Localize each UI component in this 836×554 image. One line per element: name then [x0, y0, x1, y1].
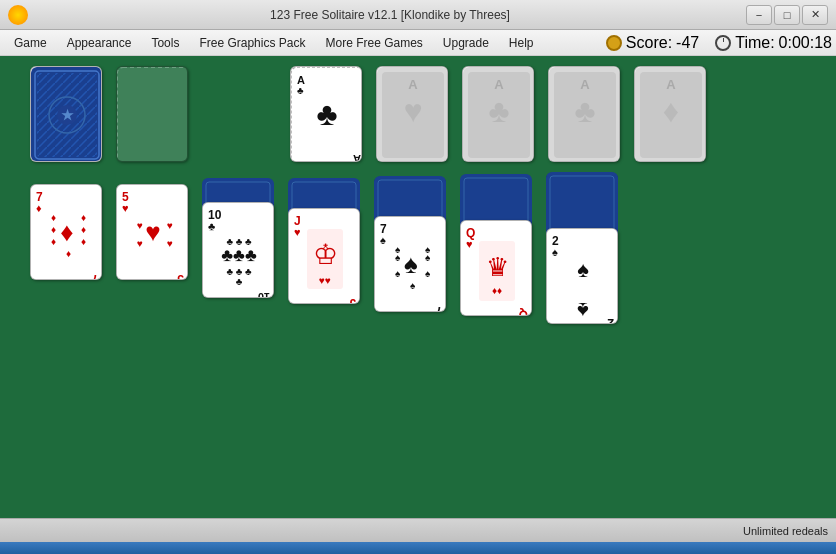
title-bar-title: 123 Free Solitaire v12.1 [Klondike by Th…: [34, 8, 746, 22]
foundation-3[interactable]: ♣ A: [462, 66, 534, 162]
svg-text:♛: ♛: [486, 252, 509, 282]
svg-text:A: A: [666, 77, 676, 92]
svg-text:♣: ♣: [317, 96, 338, 132]
window-controls: − □ ✕: [746, 5, 828, 25]
svg-text:♦: ♦: [81, 212, 86, 223]
svg-text:2: 2: [607, 316, 614, 324]
svg-text:♠: ♠: [395, 244, 401, 255]
status-bar: Unlimited redeals: [0, 518, 836, 542]
svg-text:♦: ♦: [60, 217, 73, 247]
taskbar: [0, 542, 836, 554]
tableau-col3-top[interactable]: 10 ♣ ♣♣♣ ♣ ♣ ♣ ♣ ♣ ♣ ♣ 10: [202, 202, 274, 298]
svg-text:♦: ♦: [66, 248, 71, 259]
foundation-4[interactable]: ♣ A: [548, 66, 620, 162]
svg-text:♣♣♣: ♣♣♣: [221, 245, 257, 265]
close-button[interactable]: ✕: [802, 5, 828, 25]
svg-text:A: A: [494, 77, 504, 92]
svg-text:★: ★: [61, 107, 74, 123]
maximize-button[interactable]: □: [774, 5, 800, 25]
svg-text:♦♦: ♦♦: [492, 285, 502, 296]
svg-text:A: A: [353, 153, 361, 162]
tableau-col5-top[interactable]: 7 ♠ ♠ 7 ♠ ♠ ♠ ♠ ♠ ♠ ♠: [374, 216, 446, 312]
time-label: Time:: [735, 34, 774, 52]
foundation-2[interactable]: ♥ A: [376, 66, 448, 162]
svg-text:♠: ♠: [577, 257, 589, 282]
svg-text:♦: ♦: [51, 212, 56, 223]
svg-text:♦: ♦: [81, 236, 86, 247]
time-value: 0:00:18: [779, 34, 832, 52]
menu-appearance[interactable]: Appearance: [57, 33, 142, 53]
tableau-col7-top[interactable]: 2 ♠ ♠ ♠ 2: [546, 228, 618, 324]
app-icon: [8, 5, 28, 25]
tableau-col1-card1[interactable]: 7 ♦ ♦ 7 ♦ ♦ ♦ ♦ ♦ ♦ ♦: [30, 184, 102, 280]
foundation-1[interactable]: A ♣ ♣ A: [290, 66, 362, 162]
svg-text:♥: ♥: [152, 228, 158, 239]
tableau-col4-top[interactable]: J ♥ ♔ ♥♥ J: [288, 208, 360, 304]
svg-text:♥: ♥: [466, 238, 473, 250]
minimize-button[interactable]: −: [746, 5, 772, 25]
status-message: Unlimited redeals: [743, 525, 828, 537]
tableau-col2-card1[interactable]: 5 ♥ ♥ 5 ♥ ♥ ♥ ♥ ♥: [116, 184, 188, 280]
svg-text:♣: ♣: [208, 220, 215, 232]
svg-text:♦: ♦: [51, 224, 56, 235]
menu-bar: Game Appearance Tools Free Graphics Pack…: [0, 30, 836, 56]
stock-pile[interactable]: ★: [30, 66, 102, 162]
svg-rect-7: [117, 67, 188, 162]
svg-text:♥: ♥: [137, 220, 143, 231]
game-area: ★ A ♣ ♣ A ♥ A ♣ A ♣ A ♦ A: [0, 56, 836, 518]
tableau-col6-top[interactable]: Q ♥ ♛ ♦♦ Q: [460, 220, 532, 316]
svg-text:♠: ♠: [577, 298, 589, 323]
time-icon: [715, 35, 731, 51]
svg-text:♠: ♠: [552, 246, 558, 258]
menu-help[interactable]: Help: [499, 33, 544, 53]
svg-text:♥: ♥: [167, 220, 173, 231]
svg-text:♠: ♠: [380, 234, 386, 246]
svg-text:♔: ♔: [313, 239, 338, 270]
menu-game[interactable]: Game: [4, 33, 57, 53]
svg-text:♦: ♦: [36, 202, 42, 214]
svg-text:7: 7: [91, 272, 98, 280]
menu-free-graphics[interactable]: Free Graphics Pack: [189, 33, 315, 53]
svg-text:♠: ♠: [425, 268, 431, 279]
title-bar: 123 Free Solitaire v12.1 [Klondike by Th…: [0, 0, 836, 30]
svg-text:♠: ♠: [395, 268, 401, 279]
svg-text:♥: ♥: [137, 238, 143, 249]
svg-text:10: 10: [258, 291, 270, 298]
svg-text:♠: ♠: [425, 244, 431, 255]
svg-text:Q: Q: [519, 308, 528, 316]
waste-pile[interactable]: [116, 66, 188, 162]
svg-text:♣: ♣: [575, 93, 596, 129]
time-section: Time: 0:00:18: [715, 34, 832, 52]
svg-text:♥: ♥: [404, 93, 423, 129]
menu-tools[interactable]: Tools: [141, 33, 189, 53]
svg-text:A: A: [580, 77, 590, 92]
svg-text:♥: ♥: [122, 202, 129, 214]
svg-text:5: 5: [177, 272, 184, 280]
menu-more-games[interactable]: More Free Games: [315, 33, 432, 53]
score-section: Score: -47: [606, 34, 699, 52]
svg-text:♣: ♣: [489, 93, 510, 129]
score-icon: [606, 35, 622, 51]
svg-text:♦: ♦: [51, 236, 56, 247]
svg-text:J: J: [349, 296, 356, 304]
svg-text:♥♥: ♥♥: [319, 275, 331, 286]
svg-text:♥: ♥: [294, 226, 301, 238]
svg-text:♥: ♥: [167, 238, 173, 249]
score-value: -47: [676, 34, 699, 52]
svg-text:♣: ♣: [297, 85, 304, 96]
svg-text:♣ ♣ ♣: ♣ ♣ ♣: [226, 236, 252, 247]
svg-text:♦: ♦: [663, 93, 679, 129]
svg-text:♦: ♦: [81, 224, 86, 235]
score-label: Score:: [626, 34, 672, 52]
svg-text:7: 7: [435, 304, 442, 312]
menu-upgrade[interactable]: Upgrade: [433, 33, 499, 53]
svg-text:A: A: [408, 77, 418, 92]
svg-text:♣: ♣: [236, 276, 243, 287]
svg-text:♠: ♠: [404, 249, 418, 279]
svg-text:♠: ♠: [410, 280, 416, 291]
foundation-5[interactable]: ♦ A: [634, 66, 706, 162]
